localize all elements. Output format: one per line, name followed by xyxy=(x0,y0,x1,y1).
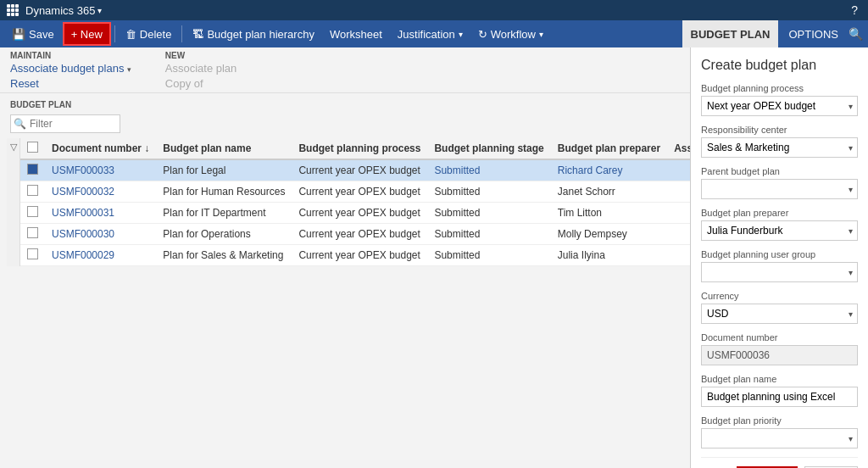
assigned-cell xyxy=(667,159,690,181)
assigned-cell xyxy=(667,224,690,245)
preparer-cell: Julia Ilyina xyxy=(551,245,667,266)
budget-plan-priority-select[interactable] xyxy=(701,428,858,448)
stage-cell: Submitted xyxy=(427,181,550,203)
row-checkbox[interactable] xyxy=(27,227,38,238)
new-section: NEW Associate plan Copy of xyxy=(165,51,237,91)
row-checkbox-cell xyxy=(20,203,45,224)
table-wrapper: ▽ Document number ↓ Budget plan name Bud… xyxy=(7,138,690,266)
currency-select-wrapper: USD ▾ xyxy=(701,304,858,324)
top-bar: Dynamics 365 ▾ ? xyxy=(0,0,868,20)
responsibility-center-label: Responsibility center xyxy=(701,125,858,135)
budget-planning-user-group-select[interactable] xyxy=(701,262,858,282)
justification-button[interactable]: Justification ▾ xyxy=(391,22,470,46)
parent-budget-plan-group: Parent budget plan ▾ xyxy=(701,166,858,199)
table-container: Document number ↓ Budget plan name Budge… xyxy=(20,138,690,266)
responsibility-center-select-wrapper: Sales & Marketing ▾ xyxy=(701,137,858,158)
budget-plan-priority-group: Budget plan priority ▾ xyxy=(701,415,858,448)
toolbar: 💾 Save + New 🗑 Delete 🏗 Budget plan hier… xyxy=(0,20,868,47)
app-title: Dynamics 365 xyxy=(25,4,95,17)
stage-cell: Submitted xyxy=(427,224,550,245)
save-button[interactable]: 💾 Save xyxy=(5,22,61,46)
process-cell: Current year OPEX budget xyxy=(292,245,427,266)
assigned-cell xyxy=(667,245,690,266)
parent-budget-plan-select[interactable] xyxy=(701,179,858,199)
doc-number-cell[interactable]: USMF000030 xyxy=(45,224,156,245)
currency-select[interactable]: USD xyxy=(701,304,858,324)
new-button[interactable]: + New xyxy=(63,22,111,46)
budget-plan-name-label: Budget plan name xyxy=(701,374,858,384)
budget-planning-process-select[interactable]: Next year OPEX budget xyxy=(701,96,858,116)
search-icon[interactable]: 🔍 xyxy=(849,27,863,41)
doc-number-cell[interactable]: USMF000033 xyxy=(45,159,156,181)
budget-plan-name-group: Budget plan name xyxy=(701,374,858,407)
main-area: MAINTAIN Associate budget plans ▾ Reset … xyxy=(0,47,690,468)
select-all-checkbox[interactable] xyxy=(27,142,38,153)
associate-chevron: ▾ xyxy=(127,65,131,74)
budget-planning-process-label: Budget planning process xyxy=(701,83,858,93)
plan-name-cell: Plan for Operations xyxy=(156,224,292,245)
parent-budget-plan-select-wrapper: ▾ xyxy=(701,179,858,199)
preparer-cell[interactable]: Richard Carey xyxy=(551,159,667,181)
associate-budget-plans-button[interactable]: Associate budget plans ▾ xyxy=(10,61,131,75)
budget-plan-preparer-select[interactable]: Julia Funderburk xyxy=(701,220,858,241)
table-row: USMF000033 Plan for Legal Current year O… xyxy=(20,159,690,181)
row-checkbox-cell xyxy=(20,159,45,181)
row-checkbox[interactable] xyxy=(27,248,38,259)
assigned-cell xyxy=(667,203,690,224)
col-checkbox xyxy=(20,138,45,159)
responsibility-center-group: Responsibility center Sales & Marketing … xyxy=(701,125,858,158)
side-panel-footer: Create Cancel xyxy=(701,457,858,468)
table-body: USMF000033 Plan for Legal Current year O… xyxy=(20,159,690,266)
toolbar-divider-2 xyxy=(181,25,182,42)
workflow-button[interactable]: ↻ Workflow ▾ xyxy=(471,22,550,46)
help-icon[interactable]: ? xyxy=(851,3,858,17)
budget-plan-name-input[interactable] xyxy=(701,387,858,407)
row-checkbox[interactable] xyxy=(27,164,38,175)
preparer-cell: Tim Litton xyxy=(551,203,667,224)
table-header: Document number ↓ Budget plan name Budge… xyxy=(20,138,690,159)
tab-budget-plan[interactable]: BUDGET PLAN xyxy=(682,20,779,47)
associate-plan-button: Associate plan xyxy=(165,61,237,75)
budget-plan-table: Document number ↓ Budget plan name Budge… xyxy=(20,138,690,266)
workflow-icon: ↻ xyxy=(478,28,487,41)
responsibility-center-select[interactable]: Sales & Marketing xyxy=(701,137,858,158)
doc-number-cell[interactable]: USMF000032 xyxy=(45,181,156,203)
app-grid-icon[interactable] xyxy=(7,4,19,16)
table-row: USMF000031 Plan for IT Department Curren… xyxy=(20,203,690,224)
budget-hierarchy-button[interactable]: 🏗 Budget plan hierarchy xyxy=(186,22,320,46)
doc-number-cell[interactable]: USMF000029 xyxy=(45,245,156,266)
row-checkbox[interactable] xyxy=(27,185,38,196)
maintain-label: MAINTAIN xyxy=(10,51,131,60)
preparer-cell: Janet Schorr xyxy=(551,181,667,203)
filter-input[interactable] xyxy=(10,114,120,133)
doc-number-cell[interactable]: USMF000031 xyxy=(45,203,156,224)
reset-button[interactable]: Reset xyxy=(10,76,131,91)
budget-plan-priority-select-wrapper: ▾ xyxy=(701,428,858,448)
currency-label: Currency xyxy=(701,291,858,301)
parent-budget-plan-label: Parent budget plan xyxy=(701,166,858,176)
delete-button[interactable]: 🗑 Delete xyxy=(119,22,179,46)
new-label: NEW xyxy=(165,51,237,60)
sub-toolbar: MAINTAIN Associate budget plans ▾ Reset … xyxy=(0,47,690,93)
budget-planning-user-group-select-wrapper: ▾ xyxy=(701,262,858,282)
row-checkbox-cell xyxy=(20,224,45,245)
budget-planning-process-group: Budget planning process Next year OPEX b… xyxy=(701,83,858,116)
row-filter-icon[interactable]: ▽ xyxy=(7,138,20,266)
budget-plan-section: BUDGET PLAN 🔍 ▽ Docu xyxy=(0,93,690,468)
budget-planning-user-group-group: Budget planning user group ▾ xyxy=(701,249,858,282)
app-title-chevron: ▾ xyxy=(97,6,102,15)
col-budget-planning-stage: Budget planning stage xyxy=(427,138,550,159)
process-cell: Current year OPEX budget xyxy=(292,181,427,203)
tab-options[interactable]: OPTIONS xyxy=(780,20,847,47)
row-checkbox[interactable] xyxy=(27,206,38,217)
stage-cell: Submitted xyxy=(427,159,550,181)
plan-name-cell: Plan for Human Resources xyxy=(156,181,292,203)
budget-plan-preparer-label: Budget plan preparer xyxy=(701,208,858,218)
side-panel-title: Create budget plan xyxy=(701,58,858,73)
worksheet-button[interactable]: Worksheet xyxy=(323,22,389,46)
document-number-label: Document number xyxy=(701,332,858,343)
filter-search-icon: 🔍 xyxy=(14,118,26,130)
maintain-section: MAINTAIN Associate budget plans ▾ Reset xyxy=(10,51,131,91)
col-budget-plan-name: Budget plan name xyxy=(156,138,292,159)
filter-bar: 🔍 xyxy=(7,113,690,135)
